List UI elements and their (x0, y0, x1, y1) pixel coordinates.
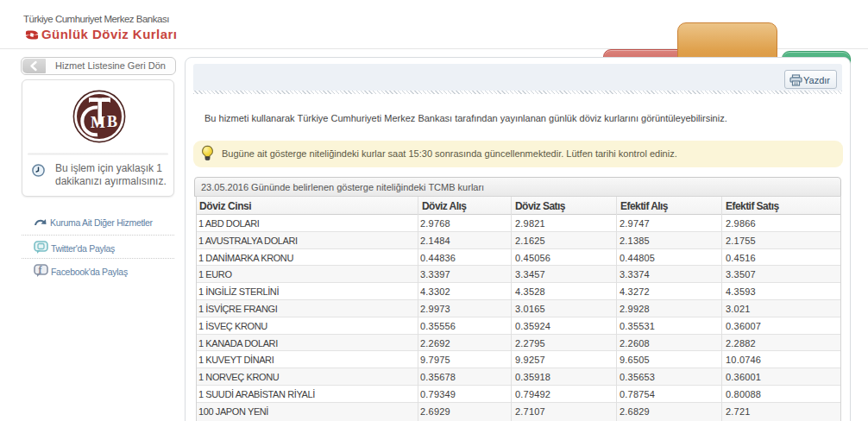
svg-text:B: B (107, 113, 117, 130)
